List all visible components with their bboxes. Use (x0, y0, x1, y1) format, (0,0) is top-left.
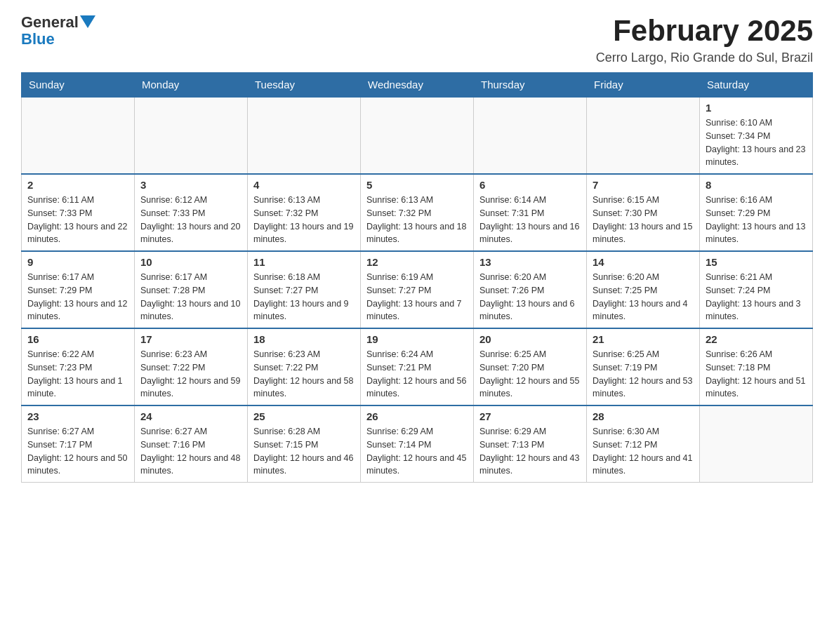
daylight-text: Daylight: 13 hours and 12 minutes. (27, 299, 127, 322)
sunset-text: Sunset: 7:17 PM (27, 440, 92, 450)
sunset-text: Sunset: 7:14 PM (366, 440, 431, 450)
calendar-header-row: Sunday Monday Tuesday Wednesday Thursday… (22, 73, 813, 98)
daylight-text: Daylight: 12 hours and 46 minutes. (253, 453, 353, 476)
col-thursday: Thursday (474, 73, 587, 98)
table-row: 16Sunrise: 6:22 AMSunset: 7:23 PMDayligh… (22, 328, 135, 405)
table-row: 1Sunrise: 6:10 AMSunset: 7:34 PMDaylight… (700, 97, 813, 174)
sunrise-text: Sunrise: 6:24 AM (366, 349, 433, 359)
sunrise-text: Sunrise: 6:17 AM (27, 272, 94, 282)
sunset-text: Sunset: 7:18 PM (706, 363, 770, 373)
sunset-text: Sunset: 7:26 PM (479, 286, 544, 295)
daylight-text: Daylight: 12 hours and 50 minutes. (27, 453, 127, 476)
col-tuesday: Tuesday (248, 73, 361, 98)
table-row: 2Sunrise: 6:11 AMSunset: 7:33 PMDaylight… (22, 174, 135, 251)
sunrise-text: Sunrise: 6:25 AM (593, 349, 659, 359)
day-number: 3 (140, 179, 241, 191)
table-row (135, 97, 248, 174)
day-number: 24 (140, 410, 241, 422)
table-row (587, 97, 700, 174)
sunrise-text: Sunrise: 6:22 AM (27, 349, 94, 359)
table-row: 22Sunrise: 6:26 AMSunset: 7:18 PMDayligh… (700, 328, 813, 405)
day-number: 9 (27, 256, 128, 268)
table-row: 14Sunrise: 6:20 AMSunset: 7:25 PMDayligh… (587, 251, 700, 328)
table-row: 21Sunrise: 6:25 AMSunset: 7:19 PMDayligh… (587, 328, 700, 405)
day-number: 16 (27, 333, 128, 345)
table-row: 7Sunrise: 6:15 AMSunset: 7:30 PMDaylight… (587, 174, 700, 251)
day-info: Sunrise: 6:17 AMSunset: 7:29 PMDaylight:… (27, 271, 128, 323)
sunrise-text: Sunrise: 6:11 AM (27, 195, 94, 205)
table-row: 5Sunrise: 6:13 AMSunset: 7:32 PMDaylight… (361, 174, 474, 251)
title-section: February 2025 Cerro Largo, Rio Grande do… (596, 14, 813, 65)
day-info: Sunrise: 6:10 AMSunset: 7:34 PMDaylight:… (706, 116, 807, 169)
sunrise-text: Sunrise: 6:26 AM (706, 349, 772, 359)
day-info: Sunrise: 6:21 AMSunset: 7:24 PMDaylight:… (706, 271, 807, 323)
daylight-text: Daylight: 12 hours and 48 minutes. (140, 453, 240, 476)
page-header: General Blue February 2025 Cerro Largo, … (21, 14, 813, 65)
sunrise-text: Sunrise: 6:21 AM (706, 272, 772, 282)
day-info: Sunrise: 6:22 AMSunset: 7:23 PMDaylight:… (27, 348, 128, 401)
table-row: 3Sunrise: 6:12 AMSunset: 7:33 PMDaylight… (135, 174, 248, 251)
table-row: 28Sunrise: 6:30 AMSunset: 7:12 PMDayligh… (587, 405, 700, 483)
sunset-text: Sunset: 7:23 PM (27, 363, 92, 373)
sunrise-text: Sunrise: 6:18 AM (253, 272, 320, 282)
table-row: 24Sunrise: 6:27 AMSunset: 7:16 PMDayligh… (135, 405, 248, 483)
daylight-text: Daylight: 12 hours and 41 minutes. (593, 453, 692, 476)
daylight-text: Daylight: 12 hours and 56 minutes. (366, 376, 466, 399)
daylight-text: Daylight: 13 hours and 9 minutes. (253, 299, 349, 322)
day-number: 6 (479, 179, 581, 191)
day-info: Sunrise: 6:23 AMSunset: 7:22 PMDaylight:… (140, 348, 241, 401)
sunrise-text: Sunrise: 6:14 AM (479, 195, 546, 205)
day-number: 20 (479, 333, 581, 345)
col-saturday: Saturday (700, 73, 813, 98)
sunrise-text: Sunrise: 6:12 AM (140, 195, 207, 205)
day-info: Sunrise: 6:18 AMSunset: 7:27 PMDaylight:… (253, 271, 355, 323)
day-number: 21 (593, 333, 694, 345)
day-info: Sunrise: 6:28 AMSunset: 7:15 PMDaylight:… (253, 425, 355, 478)
day-number: 11 (253, 256, 355, 268)
day-info: Sunrise: 6:30 AMSunset: 7:12 PMDaylight:… (593, 425, 694, 478)
sunrise-text: Sunrise: 6:20 AM (593, 272, 659, 282)
sunrise-text: Sunrise: 6:17 AM (140, 272, 207, 282)
day-number: 25 (253, 410, 355, 422)
col-monday: Monday (135, 73, 248, 98)
calendar-week-row: 9Sunrise: 6:17 AMSunset: 7:29 PMDaylight… (22, 251, 813, 328)
day-number: 28 (593, 410, 694, 422)
sunset-text: Sunset: 7:28 PM (140, 286, 205, 295)
day-number: 17 (140, 333, 241, 345)
svg-marker-0 (80, 15, 95, 28)
day-number: 19 (366, 333, 468, 345)
day-info: Sunrise: 6:26 AMSunset: 7:18 PMDaylight:… (706, 348, 807, 401)
sunset-text: Sunset: 7:30 PM (593, 208, 657, 218)
daylight-text: Daylight: 12 hours and 59 minutes. (140, 376, 240, 399)
table-row: 8Sunrise: 6:16 AMSunset: 7:29 PMDaylight… (700, 174, 813, 251)
day-info: Sunrise: 6:20 AMSunset: 7:25 PMDaylight:… (593, 271, 694, 323)
sunrise-text: Sunrise: 6:23 AM (253, 349, 320, 359)
table-row: 26Sunrise: 6:29 AMSunset: 7:14 PMDayligh… (361, 405, 474, 483)
daylight-text: Daylight: 12 hours and 58 minutes. (253, 376, 353, 399)
day-info: Sunrise: 6:11 AMSunset: 7:33 PMDaylight:… (27, 194, 128, 246)
table-row: 10Sunrise: 6:17 AMSunset: 7:28 PMDayligh… (135, 251, 248, 328)
day-number: 14 (593, 256, 694, 268)
daylight-text: Daylight: 13 hours and 1 minute. (27, 376, 123, 399)
sunrise-text: Sunrise: 6:25 AM (479, 349, 546, 359)
sunrise-text: Sunrise: 6:15 AM (593, 195, 659, 205)
day-number: 4 (253, 179, 355, 191)
day-number: 2 (27, 179, 128, 191)
day-number: 7 (593, 179, 694, 191)
sunset-text: Sunset: 7:27 PM (366, 286, 431, 295)
sunrise-text: Sunrise: 6:28 AM (253, 427, 320, 436)
sunset-text: Sunset: 7:34 PM (706, 131, 770, 141)
sunrise-text: Sunrise: 6:19 AM (366, 272, 433, 282)
table-row: 9Sunrise: 6:17 AMSunset: 7:29 PMDaylight… (22, 251, 135, 328)
day-number: 13 (479, 256, 581, 268)
day-info: Sunrise: 6:27 AMSunset: 7:17 PMDaylight:… (27, 425, 128, 478)
sunset-text: Sunset: 7:29 PM (706, 208, 770, 218)
table-row: 18Sunrise: 6:23 AMSunset: 7:22 PMDayligh… (248, 328, 361, 405)
month-title: February 2025 (596, 14, 813, 48)
sunset-text: Sunset: 7:16 PM (140, 440, 205, 450)
sunset-text: Sunset: 7:15 PM (253, 440, 318, 450)
sunset-text: Sunset: 7:32 PM (253, 208, 318, 218)
day-info: Sunrise: 6:29 AMSunset: 7:14 PMDaylight:… (366, 425, 468, 478)
table-row: 17Sunrise: 6:23 AMSunset: 7:22 PMDayligh… (135, 328, 248, 405)
sunrise-text: Sunrise: 6:13 AM (253, 195, 320, 205)
